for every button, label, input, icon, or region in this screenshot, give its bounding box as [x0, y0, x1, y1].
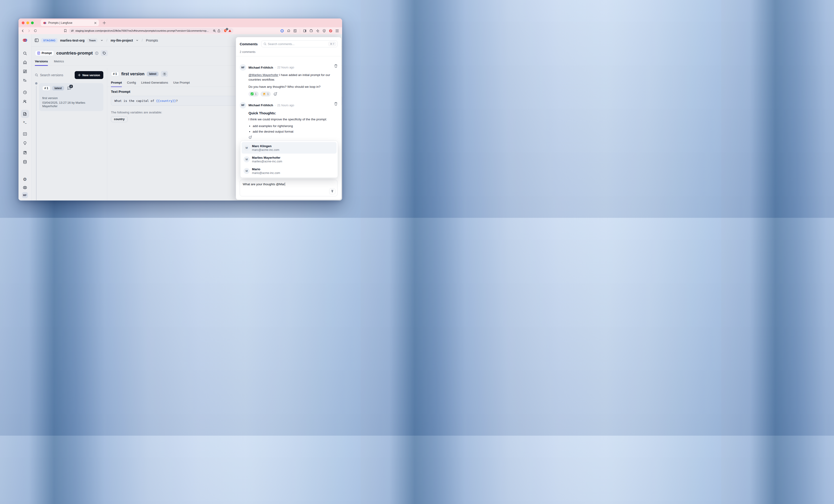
users-icon[interactable]: [23, 99, 27, 103]
home-icon[interactable]: [23, 61, 27, 65]
url-text[interactable]: staging.langfuse.com/project/cm22fk0w700…: [75, 29, 211, 32]
comment-heading: Quick Thoughts:: [248, 111, 337, 115]
mention-option[interactable]: M Marc Klingen marc@acme-inc.com: [242, 142, 336, 154]
mention-email: marc@acme-inc.com: [252, 148, 279, 152]
tracing-icon[interactable]: [23, 78, 27, 83]
add-reaction-icon[interactable]: [248, 135, 337, 139]
mention-link[interactable]: @Marlies Mayerhofer: [248, 73, 278, 77]
detail-version-number: # 1: [111, 72, 119, 76]
reaction-check[interactable]: 1: [248, 91, 259, 96]
tab-metrics[interactable]: Metrics: [54, 60, 64, 66]
user-avatar[interactable]: MF: [22, 192, 28, 198]
promote-version-button[interactable]: [161, 71, 168, 77]
comment-bubble-icon[interactable]: 2: [67, 86, 71, 90]
avatar: M: [244, 168, 250, 174]
version-card[interactable]: # 1 latest 2 first version 03/04/2025, 1…: [39, 83, 103, 111]
avatar: M: [244, 145, 250, 151]
brave-shield-icon[interactable]: 2: [224, 29, 227, 32]
new-comment-input[interactable]: What are your thoughts @Mar: [240, 180, 337, 196]
org-role-badge[interactable]: Team: [87, 38, 97, 43]
tab-prompt[interactable]: Prompt: [111, 81, 122, 87]
onepassword-icon[interactable]: [280, 29, 284, 32]
search-comments-input[interactable]: [268, 42, 327, 46]
scores-icon[interactable]: [23, 132, 27, 136]
settings-gear-icon[interactable]: ⚙: [23, 177, 27, 182]
plus-icon: [78, 74, 81, 76]
dashboards-icon[interactable]: [23, 70, 27, 73]
reload-icon[interactable]: [34, 29, 37, 32]
mention-option[interactable]: M Marlies Mayerhofer marlies@acme-inc.co…: [242, 154, 336, 165]
speedreader-icon[interactable]: [329, 29, 332, 32]
search-icon[interactable]: [23, 51, 27, 55]
minimize-window-button[interactable]: [26, 22, 29, 24]
project-chevron-down-icon[interactable]: [136, 39, 138, 42]
reader-mode-icon[interactable]: [293, 29, 297, 32]
browser-tab-bar: Prompts | Langfuse: [19, 19, 342, 27]
tab-linked-generations[interactable]: Linked Generations: [141, 81, 168, 87]
comment-time: 22 hours ago: [278, 66, 294, 69]
brave-rewards-icon[interactable]: [228, 29, 232, 32]
langfuse-logo-icon[interactable]: [22, 38, 27, 43]
tab-close-icon[interactable]: [94, 22, 96, 24]
timeline-line: [36, 86, 37, 200]
variable-chip: country: [111, 116, 128, 122]
mention-option[interactable]: M Mario mario@acme-inc.com: [242, 165, 336, 177]
site-settings-icon[interactable]: [71, 29, 74, 32]
search-comments-field[interactable]: ⌘ F: [261, 41, 337, 47]
breadcrumb-project[interactable]: my-llm-project: [110, 39, 133, 42]
environment-badge: STAGING: [41, 38, 58, 43]
search-versions-field[interactable]: [35, 73, 75, 77]
langfuse-favicon-icon: [43, 21, 46, 25]
new-tab-button[interactable]: [103, 21, 106, 24]
url-bar[interactable]: staging.langfuse.com/project/cm22fk0w700…: [69, 28, 234, 33]
maximize-window-button[interactable]: [31, 22, 34, 24]
mention-name: Mario: [252, 167, 280, 171]
datasets-database-icon[interactable]: [23, 160, 27, 164]
evaluation-lightbulb-icon[interactable]: [23, 141, 27, 145]
add-reaction-icon[interactable]: [273, 92, 278, 96]
info-icon[interactable]: [95, 51, 98, 55]
prompts-icon-active[interactable]: [21, 110, 29, 118]
breadcrumb-org[interactable]: marlies-test-org: [60, 39, 85, 42]
org-chevron-down-icon[interactable]: [101, 39, 103, 42]
menu-hamburger-icon[interactable]: [335, 29, 339, 32]
search-icon: [35, 73, 38, 77]
forward-icon[interactable]: [27, 29, 30, 32]
tab-config[interactable]: Config: [127, 81, 136, 87]
browser-tab[interactable]: Prompts | Langfuse: [41, 20, 99, 26]
tag-button[interactable]: [101, 50, 108, 56]
mention-email: marlies@acme-inc.com: [252, 160, 282, 163]
versions-panel: New version # 1 latest 2: [31, 68, 107, 200]
playground-terminal-icon[interactable]: >_: [23, 120, 26, 123]
submit-comment-button[interactable]: [329, 188, 335, 194]
comment-item: MF Michael Fröhlich · 21 hours ago Quick…: [240, 102, 337, 139]
version-meta: 03/04/2025, 13:27:16 by Marlies Mayerhof…: [42, 101, 100, 108]
delete-comment-icon[interactable]: [334, 102, 337, 106]
breadcrumb-separator: /: [141, 38, 143, 43]
bookmark-icon[interactable]: [64, 29, 67, 32]
search-icon: [264, 43, 266, 46]
support-lifebuoy-icon[interactable]: [23, 186, 27, 189]
zoom-page-icon[interactable]: [213, 29, 216, 32]
prompt-variable: {{country}}: [156, 99, 176, 102]
tab-versions[interactable]: Versions: [35, 60, 48, 66]
search-versions-input[interactable]: [40, 73, 68, 77]
delete-comment-icon[interactable]: [334, 64, 337, 68]
tab-use-prompt[interactable]: Use Prompt: [173, 81, 190, 87]
wallet-icon[interactable]: [309, 29, 313, 32]
vpn-shield-icon[interactable]: [323, 29, 326, 32]
shortcut-keycap: ⌘ F: [328, 42, 336, 46]
extensions-puzzle-icon[interactable]: [287, 29, 290, 32]
new-version-button[interactable]: New version: [75, 71, 103, 79]
close-window-button[interactable]: [22, 22, 24, 24]
browser-window: Prompts | Langfuse staging.langfuse.com/…: [19, 19, 342, 201]
sidebar-toggle-icon[interactable]: [303, 29, 307, 32]
leo-sparkle-icon[interactable]: [316, 29, 320, 32]
share-icon[interactable]: [218, 29, 220, 32]
detail-title: first version: [122, 72, 145, 76]
annotation-clipboard-icon[interactable]: [23, 151, 27, 155]
reaction-raised-hands[interactable]: 1: [261, 91, 271, 96]
sessions-clock-icon[interactable]: [23, 91, 27, 94]
collapse-sidebar-icon[interactable]: [35, 38, 39, 42]
back-icon[interactable]: [21, 29, 24, 32]
